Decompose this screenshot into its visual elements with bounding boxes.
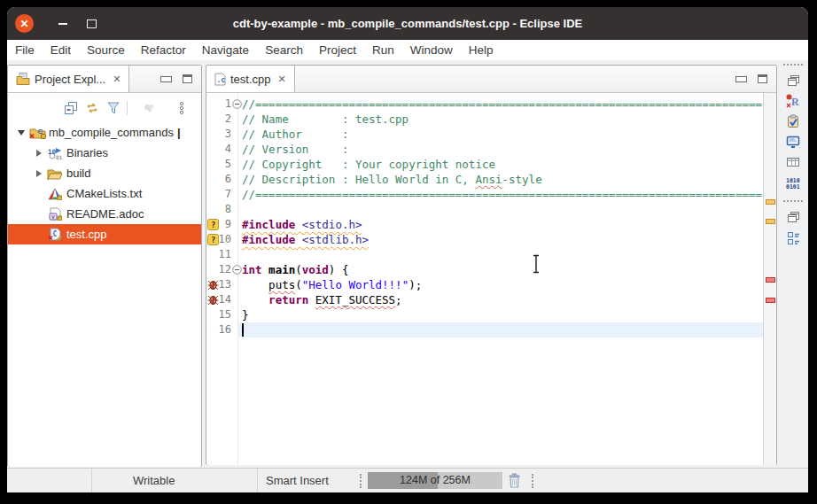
menu-item-project[interactable]: Project [311, 40, 364, 60]
expander-expanded-icon[interactable] [15, 130, 27, 136]
line-number-15[interactable]: 15 [214, 307, 231, 322]
fold-minus-icon[interactable] [232, 265, 242, 275]
error-overview-mark[interactable] [766, 298, 775, 303]
code-line-7[interactable]: //======================================… [242, 187, 762, 202]
menu-item-run[interactable]: Run [364, 40, 402, 60]
folder-icon [47, 167, 63, 180]
view-menu-icon[interactable] [174, 101, 190, 115]
code-line-6[interactable]: // Description : Hello World in C, Ansi-… [242, 172, 542, 187]
code-token: ); [408, 278, 422, 291]
code-token: ) { [329, 263, 349, 276]
focus-icon[interactable] [142, 103, 158, 113]
tree-item-binaries[interactable]: 1001Binaries [8, 143, 201, 163]
code-line-3[interactable]: // Author : [242, 127, 348, 142]
tree-item-cmakelists-txt[interactable]: CMakeLists.txt [8, 183, 201, 204]
link-editor-icon[interactable] [84, 102, 100, 114]
properties-view-icon[interactable] [786, 154, 800, 170]
line-number-6[interactable]: 6 [214, 172, 231, 187]
console-view-icon[interactable] [786, 134, 800, 150]
project-explorer-icon [16, 73, 30, 85]
code-editor-area[interactable]: 1//=====================================… [206, 93, 776, 465]
text-caret [242, 323, 244, 337]
ruler-divider [237, 93, 238, 465]
svg-text:0101: 0101 [786, 183, 800, 190]
code-line-4[interactable]: // Version : [242, 142, 348, 157]
tab-label: test.cpp [230, 73, 271, 86]
line-number-8[interactable]: 8 [214, 202, 231, 217]
restore-icon[interactable] [787, 209, 800, 225]
view-stack-drag-handle[interactable] [783, 200, 803, 202]
code-token: // Description : Hello World in C, [242, 173, 475, 186]
menu-item-help[interactable]: Help [461, 40, 502, 60]
garbage-collect-button[interactable] [507, 472, 522, 489]
tree-item-label: mb_compile_commands [49, 126, 174, 139]
question-marker-icon[interactable]: ? [207, 234, 219, 245]
expander-collapsed-icon[interactable] [33, 150, 45, 157]
minimized-view-bar: R10100101 [778, 60, 808, 468]
tab-close-icon[interactable]: ✕ [278, 74, 286, 85]
menu-item-edit[interactable]: Edit [43, 40, 79, 60]
collapse-all-icon[interactable] [63, 101, 79, 115]
editor-panel: .c test.cpp ✕ 1//=======================… [206, 65, 777, 465]
tree-item-build[interactable]: build [8, 163, 201, 183]
code-token: // Copyright : Your copyright notice [242, 158, 495, 171]
outline-view-icon[interactable] [787, 229, 800, 245]
code-line-1[interactable]: //======================================… [242, 97, 762, 112]
line-number-7[interactable]: 7 [214, 187, 231, 202]
drag-handle[interactable] [532, 474, 535, 488]
line-number-3[interactable]: 3 [214, 127, 231, 142]
expander-collapsed-icon[interactable] [33, 170, 45, 177]
view-maximize-icon[interactable] [183, 74, 192, 83]
tab-project-explorer[interactable]: Project Expl... ✕ [8, 66, 129, 92]
fold-minus-icon[interactable] [232, 99, 242, 109]
code-line-9[interactable]: #include <stdio.h> [242, 217, 362, 232]
tasks-view-icon[interactable] [786, 113, 800, 129]
view-minimize-icon[interactable] [160, 76, 172, 82]
restore-icon[interactable] [787, 73, 800, 89]
code-line-10[interactable]: #include <stdlib.h> [242, 232, 369, 247]
warning-overview-mark[interactable] [766, 199, 775, 205]
code-line-12[interactable]: int main(void) { [242, 262, 348, 277]
view-stack-drag-handle[interactable] [783, 64, 803, 66]
bug-marker-icon[interactable] [207, 294, 219, 306]
line-number-12[interactable]: 12 [214, 262, 231, 277]
tree-item-test-cpp[interactable]: Ctest.cpp [8, 224, 201, 244]
problems-view-icon[interactable]: R [786, 93, 800, 109]
menu-item-source[interactable]: Source [79, 40, 133, 60]
menu-item-navigate[interactable]: Navigate [194, 40, 257, 60]
view-maximize-icon[interactable] [758, 74, 767, 83]
view-minimize-icon[interactable] [735, 76, 747, 82]
adoc-icon: v [49, 207, 62, 221]
code-line-14[interactable]: return EXIT_SUCCESS; [242, 292, 402, 307]
memory-view-icon[interactable]: 10100101 [785, 174, 802, 190]
code-line-5[interactable]: // Copyright : Your copyright notice [242, 157, 495, 172]
code-token: "Hello World!!!" [302, 278, 408, 291]
line-number-16[interactable]: 16 [214, 322, 231, 337]
window-titlebar[interactable]: ✕ cdt-by-example - mb_compile_commands/t… [7, 7, 808, 40]
menu-item-refactor[interactable]: Refactor [133, 40, 194, 60]
tab-test-cpp[interactable]: .c test.cpp ✕ [206, 66, 295, 92]
code-line-2[interactable]: // Name : test.cpp [242, 112, 408, 127]
filter-icon[interactable] [105, 102, 121, 114]
tree-item-mb-compile-commands[interactable]: Cmb_compile_commands| [8, 122, 201, 143]
code-line-15[interactable]: } [242, 307, 249, 322]
question-marker-icon[interactable]: ? [207, 219, 219, 230]
tab-close-icon[interactable]: ✕ [113, 74, 121, 85]
code-line-13[interactable]: puts("Hello World!!!"); [242, 277, 422, 292]
bug-marker-icon[interactable] [207, 279, 219, 291]
menu-item-window[interactable]: Window [402, 40, 461, 60]
line-number-11[interactable]: 11 [214, 247, 231, 262]
line-number-4[interactable]: 4 [214, 142, 231, 157]
error-overview-mark[interactable] [766, 277, 775, 283]
overview-ruler[interactable] [763, 93, 776, 465]
tree-item-readme-adoc[interactable]: vREADME.adoc [8, 204, 201, 224]
line-number-2[interactable]: 2 [214, 112, 231, 127]
warning-overview-mark[interactable] [766, 219, 775, 224]
line-number-1[interactable]: 1 [214, 97, 231, 112]
menu-item-search[interactable]: Search [257, 40, 311, 60]
heap-status[interactable]: 124M of 256M [368, 472, 502, 489]
menu-item-file[interactable]: File [7, 40, 43, 60]
explorer-toolbar [8, 93, 201, 122]
line-number-5[interactable]: 5 [214, 157, 231, 172]
drag-handle[interactable] [360, 474, 363, 488]
